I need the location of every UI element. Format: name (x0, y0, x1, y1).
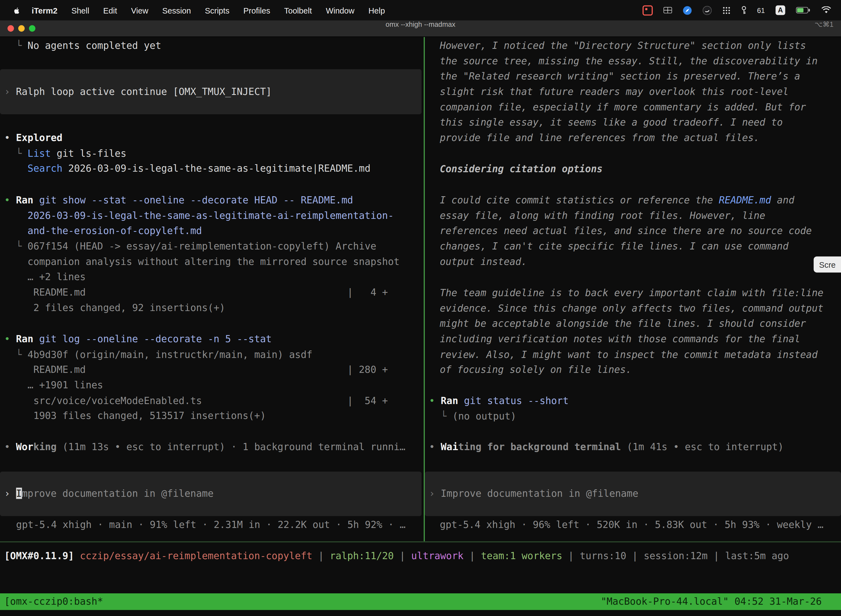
menu-item-shell[interactable]: Shell (64, 6, 96, 15)
terminal-line: Considering citation options (440, 161, 603, 177)
screen-recording-icon[interactable] (642, 5, 652, 15)
terminal-line: output instead. (440, 254, 812, 270)
window-grid-icon[interactable] (663, 7, 672, 13)
menu-item-toolbelt[interactable]: Toolbelt (277, 6, 319, 15)
battery-icon[interactable] (796, 7, 810, 13)
screen: iTerm2ShellEditViewSessionScriptsProfile… (0, 0, 841, 616)
menu-item-window[interactable]: Window (319, 6, 362, 15)
screen-share-chip[interactable]: Scre (814, 257, 841, 273)
menu-bar-menus: iTerm2ShellEditViewSessionScriptsProfile… (0, 5, 392, 15)
git-log-block: • Ran git log --oneline --decorate -n 5 … (4, 331, 388, 424)
terminal-line: The team guideline is to back every impo… (440, 285, 823, 301)
reasoning-paragraph-directory: However, I noticed the "Directory Struct… (440, 38, 818, 146)
terminal-line: evidence. Since this change only affects… (440, 301, 823, 316)
terminal-line: README.md | 4 + (4, 285, 400, 300)
terminal-line: └ List git ls-files (4, 146, 371, 161)
menu-item-view[interactable]: View (124, 6, 155, 15)
tmux-pane-divider[interactable] (424, 37, 425, 541)
menu-bar: iTerm2ShellEditViewSessionScriptsProfile… (0, 0, 841, 21)
terminal-line: the "Related research writing" section i… (440, 69, 818, 84)
tmux-host-clock: "MacBook-Pro-44.local" 04:52 31-Mar-26 (601, 594, 822, 609)
session-statusline-right: gpt-5.4 xhigh · 96% left · 520K in · 5.8… (440, 517, 823, 532)
terminal-line: README.md | 280 + (4, 362, 388, 378)
menu-bar-status-icons: 61 A (642, 5, 841, 15)
input-source-icon[interactable]: A (776, 5, 785, 15)
menu-item-edit[interactable]: Edit (96, 6, 124, 15)
prompt-input-left[interactable]: › Improve documentation in @filename (0, 472, 422, 516)
window-title: omx --xhigh --madmax (0, 21, 841, 28)
terminal-line: › Ralph loop active continue [OMX_TMUX_I… (4, 84, 272, 99)
key-icon[interactable] (741, 6, 746, 15)
window-title-bar[interactable]: omx --xhigh --madmax ⌥⌘1 (0, 21, 841, 37)
terminal-line: • Working (11m 13s • esc to interrupt) ·… (4, 439, 406, 455)
terminal-line: review. Also, I might want to inspect th… (440, 347, 823, 362)
ralph-loop-banner: › Ralph loop active continue [OMX_TMUX_I… (0, 69, 422, 114)
working-status-line: • Working (11m 13s • esc to interrupt) ·… (4, 439, 406, 455)
apps-grid-icon[interactable] (722, 6, 730, 14)
tmux-window-tab[interactable]: [omx-cczip0:bash* (4, 594, 103, 609)
apple-menu-icon[interactable] (9, 5, 25, 15)
terminal-line: the source tree, missing the essay. Stil… (440, 54, 818, 69)
terminal-line: including verification notes with those … (440, 331, 823, 347)
browser-compass-icon[interactable] (683, 6, 692, 15)
terminal-line: gpt-5.4 xhigh · 96% left · 520K in · 5.8… (440, 517, 823, 532)
waiting-status-line: • Waiting for background terminal (1m 41… (429, 439, 784, 455)
terminal-line: 1903 files changed, 513517 insertions(+) (4, 408, 388, 424)
terminal-line: might be acceptable alongside the file l… (440, 316, 823, 332)
reasoning-paragraph-cite: I could cite commit statistics or refere… (440, 193, 812, 270)
terminal-line: essay file, along with finding root file… (440, 208, 812, 224)
reasoning-paragraph-guideline: The team guideline is to back every impo… (440, 285, 823, 378)
reasoning-heading-citation: Considering citation options (440, 161, 603, 177)
terminal-line: └ (no output) (429, 409, 568, 424)
screen-recording-dot (645, 8, 648, 10)
terminal-line: └ 067f154 (HEAD -> essay/ai-reimplementa… (4, 239, 400, 254)
terminal-line: and-the-erosion-of-copyleft.md (4, 223, 400, 239)
battery-percent: 61 (757, 6, 765, 14)
terminal-line: [OMX#0.11.9] cczip/essay/ai-reimplementa… (4, 549, 789, 564)
terminal: └ No agents completed yet › Ralph loop a… (0, 37, 841, 541)
terminal-line: of focusing solely on file lines. (440, 362, 823, 378)
terminal-line: However, I noticed the "Directory Struct… (440, 38, 818, 54)
terminal-line: … +2 lines (4, 270, 400, 285)
terminal-line: I could cite commit statistics or refere… (440, 193, 812, 208)
menu-item-help[interactable]: Help (362, 6, 392, 15)
terminal-line: › Improve documentation in @filename (429, 486, 638, 502)
menu-item-session[interactable]: Session (155, 6, 198, 15)
terminal-line: └ 4b9d30f (origin/main, instructkr/main,… (4, 347, 388, 362)
session-statusline-left: gpt-5.4 xhigh · main · 91% left · 2.31M … (16, 517, 405, 532)
agents-status-block: └ No agents completed yet (4, 38, 161, 54)
terminal-line: • Waiting for background terminal (1m 41… (429, 439, 784, 455)
terminal-line: gpt-5.4 xhigh · main · 91% left · 2.31M … (16, 517, 405, 532)
terminal-line: companion analysis without altering the … (4, 254, 400, 270)
menu-item-scripts[interactable]: Scripts (198, 6, 236, 15)
tmux-pane-right: However, I noticed the "Directory Struct… (425, 37, 841, 541)
git-status-block: • Ran git status --short └ (no output) (429, 393, 568, 424)
tmux-pane-left: └ No agents completed yet › Ralph loop a… (0, 37, 424, 541)
terminal-line: companion file, especially if more comme… (440, 100, 818, 115)
terminal-line: slight risk that future readers may over… (440, 84, 818, 100)
git-show-block: • Ran git show --stat --oneline --decora… (4, 193, 400, 316)
terminal-line: 2 files changed, 92 insertions(+) (4, 300, 400, 316)
terminal-line: src/voice/voiceModeEnabled.ts | 54 + (4, 393, 388, 408)
explored-block: • Explored └ List git ls-files Search 20… (4, 130, 371, 176)
terminal-line: └ No agents completed yet (4, 38, 161, 54)
terminal-line: … +1901 lines (4, 378, 388, 393)
horizontal-divider (0, 541, 841, 542)
terminal-line: 2026-03-09-is-legal-the-same-as-legitima… (4, 208, 400, 224)
terminal-line: • Ran git show --stat --oneline --decora… (4, 193, 400, 208)
terminal-line: references need actual files, and since … (440, 223, 812, 239)
menu-item-profiles[interactable]: Profiles (236, 6, 277, 15)
terminal-line: provide file and line references from th… (440, 131, 818, 146)
terminal-line: › Improve documentation in @filename (4, 486, 214, 502)
dark-app-icon[interactable] (702, 6, 712, 15)
terminal-line: changes, I can't cite specific file line… (440, 239, 812, 254)
prompt-input-right[interactable]: › Improve documentation in @filename (425, 472, 841, 516)
terminal-line: [omx-cczip0:bash* (4, 594, 103, 609)
omx-status-line: [OMX#0.11.9] cczip/essay/ai-reimplementa… (4, 549, 789, 564)
wifi-icon[interactable] (821, 6, 831, 14)
desktop: iTerm2ShellEditViewSessionScriptsProfile… (0, 0, 841, 616)
menu-item-iterm2[interactable]: iTerm2 (25, 6, 64, 15)
terminal-line: Search 2026-03-09-is-legal-the-same-as-l… (4, 161, 371, 177)
terminal-line: "MacBook-Pro-44.local" 04:52 31-Mar-26 (601, 594, 822, 609)
terminal-line: • Ran git log --oneline --decorate -n 5 … (4, 331, 388, 347)
